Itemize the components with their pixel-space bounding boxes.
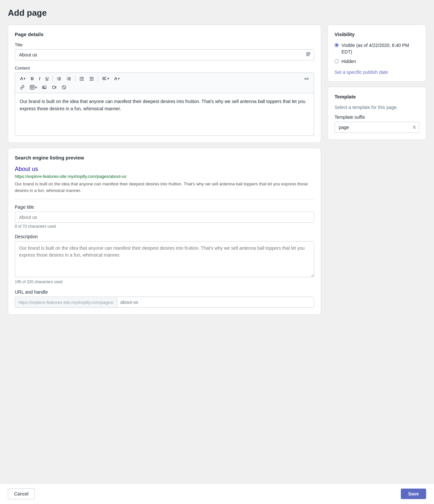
visibility-card: Visibility Visible (as of 4/22/2020, 6:4… — [328, 25, 426, 82]
page-details-title: Page details — [15, 32, 314, 37]
title-input-wrapper — [15, 49, 314, 60]
svg-point-7 — [57, 78, 57, 79]
svg-rect-5 — [58, 79, 61, 80]
title-input[interactable] — [15, 49, 314, 60]
svg-rect-25 — [102, 79, 106, 80]
svg-marker-20 — [90, 78, 91, 79]
svg-point-32 — [43, 87, 44, 88]
toolbar-sep-1 — [53, 75, 53, 82]
title-icon — [306, 52, 311, 58]
toolbar-link-btn[interactable] — [18, 84, 27, 91]
publish-date-link[interactable]: Set a specific publish date — [335, 70, 419, 75]
url-handle-wrapper: https://explore-features-site.myshopify.… — [15, 297, 314, 308]
visibility-title: Visibility — [335, 32, 419, 37]
svg-rect-26 — [30, 85, 34, 89]
left-column: Page details Title Content — [8, 25, 321, 315]
visibility-visible-radio[interactable] — [335, 43, 339, 47]
url-suffix-input[interactable] — [117, 297, 314, 307]
svg-point-8 — [57, 79, 57, 80]
toolbar-sep-3 — [98, 75, 98, 82]
description-label: Description — [15, 234, 314, 239]
template-card: Template Select a template for this page… — [328, 87, 426, 140]
url-prefix: https://explore-features-site.myshopify.… — [15, 297, 117, 307]
toolbar-sep-2 — [75, 75, 76, 82]
title-label: Title — [15, 42, 314, 47]
editor-content: Our brand is built on the idea that anyo… — [20, 99, 305, 111]
toolbar-row-2: ▾ — [18, 84, 311, 91]
toolbar-ul-btn[interactable] — [54, 75, 64, 82]
svg-rect-15 — [80, 77, 84, 77]
seo-divider — [15, 199, 314, 199]
visibility-visible-option[interactable]: Visible (as of 4/22/2020, 6:40 PM EDT) — [335, 42, 419, 55]
svg-rect-33 — [52, 86, 55, 89]
toolbar-indent-btn[interactable] — [77, 75, 86, 82]
svg-rect-3 — [58, 77, 61, 78]
seo-description-input[interactable] — [15, 241, 314, 277]
toolbar-source-btn[interactable]: <> — [302, 75, 311, 82]
visibility-visible-label: Visible (as of 4/22/2020, 6:40 PM EDT) — [341, 42, 419, 55]
toolbar-bold-btn[interactable]: B — [28, 75, 36, 82]
svg-rect-17 — [81, 78, 84, 79]
seo-card: Search engine listing preview About us h… — [8, 148, 321, 315]
svg-rect-18 — [80, 80, 84, 80]
visibility-hidden-radio[interactable] — [335, 59, 339, 63]
svg-rect-19 — [90, 77, 94, 77]
toolbar-block-btn[interactable] — [59, 84, 69, 91]
page-title: Add page — [8, 8, 426, 18]
page-title-label: Page title — [15, 204, 314, 210]
seo-page-title-input[interactable] — [15, 212, 314, 223]
content-label: Content — [15, 66, 314, 71]
toolbar-align-btn[interactable]: ▾ — [100, 75, 111, 82]
url-handle-label: URL and handle — [15, 289, 314, 295]
toolbar-row-1: A ▾ B I U 123 — [18, 75, 311, 82]
right-column: Visibility Visible (as of 4/22/2020, 6:4… — [328, 25, 426, 140]
editor-toolbar: A ▾ B I U 123 — [15, 73, 314, 93]
toolbar-ol-btn[interactable]: 123 — [64, 75, 74, 82]
svg-rect-2 — [306, 55, 309, 56]
seo-card-title: Search engine listing preview — [15, 155, 314, 160]
svg-rect-4 — [58, 78, 61, 79]
template-select[interactable]: page page.contact page.faq — [335, 122, 419, 133]
svg-line-35 — [63, 86, 65, 89]
cancel-button[interactable]: Cancel — [8, 488, 35, 499]
toolbar-color-btn[interactable]: A ▾ — [112, 75, 122, 82]
template-suffix-label: Template suffix — [335, 115, 419, 120]
svg-text:3: 3 — [67, 79, 68, 80]
editor-body[interactable]: Our brand is built on the idea that anyo… — [15, 93, 314, 136]
svg-rect-0 — [306, 52, 310, 53]
toolbar-table-btn[interactable]: ▾ — [28, 84, 39, 91]
toolbar-underline-btn[interactable]: U — [43, 75, 51, 82]
toolbar-italic-btn[interactable]: I — [37, 75, 43, 82]
page-details-card: Page details Title Content — [8, 25, 321, 143]
visibility-hidden-label: Hidden — [341, 58, 356, 65]
visibility-hidden-option[interactable]: Hidden — [335, 58, 419, 65]
seo-title-link[interactable]: About us — [15, 166, 314, 173]
seo-desc-char-count: 195 of 320 characters used — [15, 280, 314, 284]
svg-rect-22 — [90, 80, 94, 80]
toolbar-font-btn[interactable]: A ▾ — [18, 75, 28, 82]
toolbar-image-btn[interactable] — [40, 84, 49, 91]
footer-bar: Cancel Save — [0, 483, 434, 504]
seo-url: https://explore-features-site.myshopify.… — [15, 174, 314, 179]
toolbar-video-btn[interactable] — [50, 84, 59, 91]
template-title: Template — [335, 94, 419, 99]
save-button[interactable]: Save — [401, 489, 426, 499]
svg-rect-11 — [68, 79, 71, 80]
svg-rect-10 — [68, 78, 71, 79]
seo-title-char-count: 8 of 70 characters used — [15, 224, 314, 229]
svg-rect-24 — [102, 78, 105, 79]
template-description: Select a template for this page. — [335, 105, 419, 110]
svg-rect-9 — [68, 77, 71, 78]
seo-description: Our brand is built on the idea that anyo… — [15, 181, 314, 194]
svg-rect-21 — [91, 78, 94, 79]
template-select-wrapper: page page.contact page.faq ⇅ — [335, 122, 419, 133]
svg-rect-23 — [102, 77, 106, 77]
svg-marker-16 — [80, 78, 81, 79]
svg-point-6 — [57, 77, 57, 78]
toolbar-outdent-btn[interactable] — [87, 75, 96, 82]
visibility-radio-group: Visible (as of 4/22/2020, 6:40 PM EDT) H… — [335, 42, 419, 65]
svg-rect-1 — [306, 54, 310, 54]
